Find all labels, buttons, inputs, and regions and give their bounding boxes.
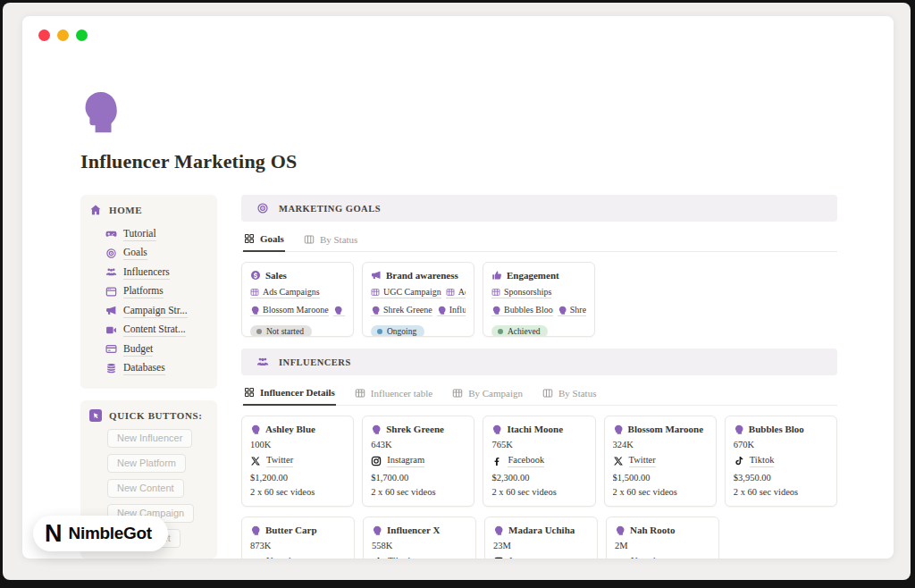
platform-link[interactable]: Twitter xyxy=(266,454,293,467)
sidebar-item-tutorial[interactable]: Tutorial xyxy=(105,224,210,244)
tab-influencers-by-status[interactable]: By Status xyxy=(541,384,597,405)
tab-influencer-details[interactable]: Influencer Details xyxy=(243,384,336,406)
browser-icon xyxy=(105,286,117,298)
browser-window: Influencer Marketing OS HOME Tutorial Go… xyxy=(22,16,894,559)
sidebar-item-content-strategy[interactable]: Content Strat... xyxy=(105,321,210,340)
window-controls xyxy=(38,29,88,41)
deliverable-value: 2 x 60 sec videos xyxy=(371,487,466,497)
person-head-profile-icon xyxy=(80,88,122,138)
person-icon xyxy=(372,525,382,535)
tab-influencer-table[interactable]: Influencer table xyxy=(354,384,433,405)
deliverable-value: 2 x 60 sec videos xyxy=(491,487,586,497)
platform-link[interactable]: Facebook xyxy=(508,454,544,467)
status-dot-icon xyxy=(498,329,503,334)
influencer-card-nah-rooto[interactable]: Nah Rooto 2M Youtube xyxy=(606,517,719,559)
sidebar-item-label: Content Strat... xyxy=(123,323,186,337)
platform-link[interactable]: Instagram xyxy=(509,555,547,559)
main-content: MARKETING GOALS Goals By Status Sales Ad… xyxy=(241,195,837,559)
controller-icon xyxy=(105,228,117,239)
people-icon xyxy=(105,266,117,278)
platform-link[interactable]: Twitter xyxy=(629,454,656,467)
credit-card-icon xyxy=(105,343,117,355)
person-link[interactable]: Bubbles Bloo xyxy=(491,304,553,316)
sidebar-item-platforms[interactable]: Platforms xyxy=(105,282,210,302)
followers-value: 2M xyxy=(615,541,710,550)
followers-value: 670K xyxy=(734,440,828,449)
goal-card-sales[interactable]: Sales Ads Campaigns Blossom Maroone Nah … xyxy=(241,262,354,337)
board-icon xyxy=(304,234,315,245)
person-link[interactable]: Shrek Greene xyxy=(558,304,586,316)
influencer-card-shrek-greene[interactable]: Shrek Greene 643K Instagram $1,700.00 2 … xyxy=(362,416,474,507)
platform-link[interactable]: Youtube xyxy=(631,555,662,559)
platform-link[interactable]: Youtube xyxy=(266,555,298,559)
price-value: $1,200.00 xyxy=(250,473,345,483)
tiktok-icon xyxy=(372,557,382,559)
price-value: $3,950.00 xyxy=(734,473,828,483)
campaign-link[interactable]: Ads Campaigns xyxy=(446,286,466,298)
price-value: $1,700.00 xyxy=(371,473,466,483)
person-icon xyxy=(491,424,501,434)
influencer-card-madara-uchiha[interactable]: Madara Uchiha 23M Instagram xyxy=(484,517,598,559)
person-link[interactable]: Influencer X xyxy=(437,304,466,316)
platform-link[interactable]: Instagram xyxy=(387,454,424,467)
person-link[interactable]: Nah Rooto xyxy=(333,304,345,316)
platform-link[interactable]: Tiktok xyxy=(388,555,413,559)
person-link[interactable]: Blossom Maroone xyxy=(250,304,329,316)
person-icon xyxy=(558,306,567,315)
influencer-card-butter-carp[interactable]: Butter Carp 873K Youtube xyxy=(241,517,355,559)
status-badge: Not started xyxy=(250,325,312,337)
campaign-link[interactable]: Sponsorships xyxy=(491,286,551,298)
deliverable-value: 2 x 60 sec videos xyxy=(250,487,345,497)
person-icon xyxy=(250,525,260,535)
status-badge: Ongoing xyxy=(371,325,424,337)
goals-view-tabs: Goals By Status xyxy=(241,228,837,252)
goal-card-engagement[interactable]: Engagement Sponsorships Bubbles Bloo Shr… xyxy=(483,262,595,337)
nimblegot-watermark[interactable]: N NimbleGot xyxy=(33,516,168,551)
page-icon xyxy=(80,88,122,138)
table-icon xyxy=(446,288,455,297)
sidebar-item-home[interactable]: HOME xyxy=(89,204,210,216)
sidebar: HOME Tutorial Goals Influencers Platfor xyxy=(80,195,217,559)
campaign-link[interactable]: UGC Campaign xyxy=(371,286,441,298)
goal-title: Sales xyxy=(265,270,287,281)
tab-by-campaign[interactable]: By Campaign xyxy=(451,384,524,405)
sidebar-item-label: Influencers xyxy=(123,265,170,280)
goal-card-brand-awareness[interactable]: Brand awareness UGC Campaign Ads Campaig… xyxy=(362,262,474,337)
minimize-window-button[interactable] xyxy=(57,29,69,41)
new-content-button[interactable]: New Content xyxy=(107,479,184,498)
table-icon xyxy=(250,288,259,297)
influencer-card-blossom-maroone[interactable]: Blossom Maroone 324K Twitter $1,500.00 2… xyxy=(604,416,717,507)
followers-value: 873K xyxy=(250,541,346,550)
youtube-icon xyxy=(250,557,261,559)
goal-cards: Sales Ads Campaigns Blossom Maroone Nah … xyxy=(241,262,837,337)
person-icon xyxy=(734,424,743,434)
new-platform-button[interactable]: New Platform xyxy=(107,454,186,473)
platform-link[interactable]: Tiktok xyxy=(750,454,775,467)
tab-label: By Status xyxy=(558,388,596,399)
sidebar-item-influencers[interactable]: Influencers xyxy=(105,263,210,282)
campaign-link[interactable]: Ads Campaigns xyxy=(250,286,320,298)
sidebar-item-databases[interactable]: Databases xyxy=(105,359,210,379)
close-window-button[interactable] xyxy=(38,29,50,41)
zoom-window-button[interactable] xyxy=(76,29,88,41)
sidebar-item-campaign-strategy[interactable]: Campaign Str... xyxy=(105,301,210,321)
megaphone-icon xyxy=(105,305,117,316)
sidebar-item-label: Tutorial xyxy=(123,227,156,241)
sidebar-item-goals[interactable]: Goals xyxy=(105,244,210,264)
influencer-card-itachi-moone[interactable]: Itachi Moone 765K Facebook $2,300.00 2 x… xyxy=(483,416,595,507)
influencer-card-bubbles-bloo[interactable]: Bubbles Bloo 670K Tiktok $3,950.00 2 x 6… xyxy=(725,416,837,507)
new-influencer-button[interactable]: New Influencer xyxy=(107,429,192,448)
influencer-card-ashley-blue[interactable]: Ashley Blue 100K Twitter $1,200.00 2 x 6… xyxy=(241,416,354,507)
grid-icon xyxy=(244,233,255,244)
tab-goals[interactable]: Goals xyxy=(243,231,285,252)
influencer-card-influencer-x[interactable]: Influencer X 558K Tiktok xyxy=(363,517,476,559)
person-link[interactable]: Shrek Greene xyxy=(371,304,432,316)
tab-label: By Campaign xyxy=(468,388,523,399)
quick-buttons-label: QUICK BUTTONS: xyxy=(109,410,202,421)
tab-goals-by-status[interactable]: By Status xyxy=(303,231,358,251)
goal-title: Engagement xyxy=(507,270,559,281)
facebook-icon xyxy=(491,456,502,466)
person-icon xyxy=(333,306,342,315)
sidebar-item-budget[interactable]: Budget xyxy=(105,340,210,359)
sidebar-item-label: Campaign Str... xyxy=(123,304,188,318)
